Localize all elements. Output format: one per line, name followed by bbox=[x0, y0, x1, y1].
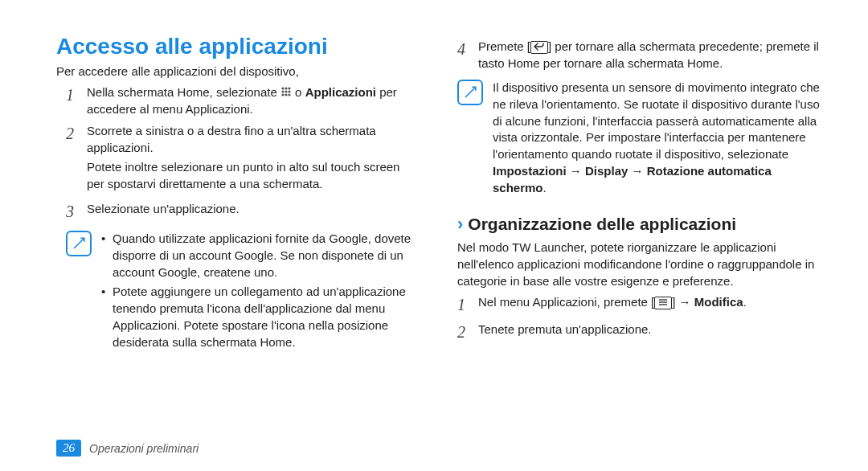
note-body: Il dispositivo presenta un sensore di mo… bbox=[493, 80, 820, 196]
step-number: 1 bbox=[457, 294, 470, 317]
left-column: Accesso alle applicazioni Per accedere a… bbox=[56, 34, 419, 354]
chevron-right-icon: › bbox=[457, 214, 463, 235]
substep-2: 2 Tenete premuta un'applicazione. bbox=[457, 322, 820, 344]
app-grid-icon bbox=[280, 85, 292, 102]
step-body: Tenete premuta un'applicazione. bbox=[478, 322, 820, 344]
step-3: 3 Selezionate un'applicazione. bbox=[56, 201, 419, 223]
footer-section: Operazioni preliminari bbox=[89, 442, 199, 455]
step-text: Scorrete a sinistra o a destra fino a un… bbox=[87, 123, 419, 156]
note-icon bbox=[457, 80, 483, 105]
note-item: Quando utilizzate applicazioni fornite d… bbox=[101, 231, 419, 281]
svg-point-4 bbox=[285, 90, 287, 92]
note-item: Potete aggiungere un collegamento ad un'… bbox=[101, 284, 419, 350]
step-number: 4 bbox=[457, 39, 470, 72]
step-body: Selezionate un'applicazione. bbox=[87, 201, 419, 223]
subheading-body: Nel modo TW Launcher, potete riorganizza… bbox=[457, 240, 820, 289]
note-box-right: Il dispositivo presenta un sensore di mo… bbox=[457, 80, 820, 196]
step-body: Nel menu Applicazioni, premete [] → Modi… bbox=[478, 294, 820, 317]
step-body: Scorrete a sinistra o a destra fino a un… bbox=[87, 123, 419, 196]
step-1: 1 Nella schermata Home, selezionate o Ap… bbox=[56, 84, 419, 118]
substep-1: 1 Nel menu Applicazioni, premete [] → Mo… bbox=[457, 294, 820, 317]
svg-point-0 bbox=[281, 87, 284, 89]
step-body: Nella schermata Home, selezionate o Appl… bbox=[87, 84, 419, 118]
svg-point-8 bbox=[288, 93, 290, 96]
step-number: 3 bbox=[66, 201, 79, 223]
subheading-title: Organizzazione delle applicazioni bbox=[468, 215, 736, 234]
note-body: Quando utilizzate applicazioni fornite d… bbox=[101, 231, 419, 354]
back-key-icon bbox=[530, 41, 548, 54]
step-4: 4 Premete [] per tornare alla schermata … bbox=[457, 39, 820, 72]
step-number: 2 bbox=[457, 322, 470, 344]
step-2: 2 Scorrete a sinistra o a destra fino a … bbox=[56, 123, 419, 196]
page-number: 26 bbox=[56, 440, 81, 457]
step-number: 1 bbox=[66, 84, 79, 118]
intro-text: Per accedere alle applicazioni del dispo… bbox=[56, 64, 419, 78]
step-body: Premete [] per tornare alla schermata pr… bbox=[478, 39, 820, 72]
right-column: 4 Premete [] per tornare alla schermata … bbox=[457, 34, 820, 354]
note-icon bbox=[66, 231, 92, 256]
svg-point-1 bbox=[285, 87, 287, 89]
svg-point-5 bbox=[288, 90, 290, 92]
note-box-left: Quando utilizzate applicazioni fornite d… bbox=[56, 231, 419, 354]
svg-point-7 bbox=[285, 93, 287, 96]
step-number: 2 bbox=[66, 123, 79, 196]
menu-key-icon bbox=[654, 297, 672, 309]
svg-point-6 bbox=[281, 93, 284, 96]
svg-point-2 bbox=[288, 87, 290, 89]
subheading-row: › Organizzazione delle applicazioni bbox=[457, 214, 820, 235]
svg-point-3 bbox=[281, 90, 284, 92]
step-extra: Potete inoltre selezionare un punto in a… bbox=[87, 159, 419, 192]
page-title: Accesso alle applicazioni bbox=[56, 34, 419, 59]
page-footer: 26 Operazioni preliminari bbox=[56, 440, 199, 457]
